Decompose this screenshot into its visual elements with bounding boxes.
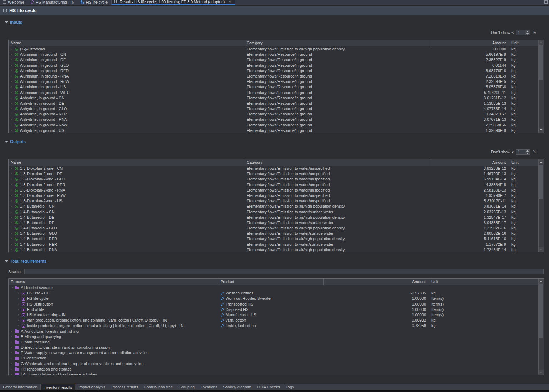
flow-row[interactable]: ›1,4-Butanediol - GLOElementary flows/Em… — [9, 225, 538, 231]
flow-row[interactable]: ›Aluminium, in ground - RNAElementary fl… — [9, 74, 538, 79]
category-row[interactable]: ›H:Transportation and storage — [9, 367, 538, 372]
scroll-up-icon[interactable] — [539, 40, 544, 45]
flow-row[interactable]: ›1,4-Butanediol - RERElementary flows/Em… — [9, 236, 538, 242]
flow-row[interactable]: ›1,4-Butanediol - DEElementary flows/Emi… — [9, 220, 538, 225]
scrollbar-thumb[interactable] — [539, 45, 543, 80]
outputs-scrollbar[interactable] — [538, 159, 544, 252]
column-header-name[interactable]: Name — [9, 159, 244, 166]
process-row[interactable]: ›HS Use - DEWashed clothes61.57895kg — [9, 291, 538, 296]
scroll-down-icon[interactable] — [539, 370, 544, 375]
flow-row[interactable]: ›1,4-Butanediol - RERElementary flows/Em… — [9, 242, 538, 247]
scrollbar-thumb[interactable] — [539, 284, 543, 338]
flow-row[interactable]: ›(+-)-CitronellolElementary flows/Emissi… — [9, 46, 538, 52]
column-header-unit[interactable]: Unit — [429, 279, 538, 285]
scrollbar-thumb[interactable] — [539, 165, 543, 199]
column-header-category[interactable]: Category — [244, 159, 430, 166]
flow-row[interactable]: ›Anhydrite, in ground - RERElementary fl… — [9, 111, 538, 117]
flow-row[interactable]: ›Aluminium, in ground - DEElementary flo… — [9, 57, 538, 63]
process-row[interactable]: ›HS DistributionTransported HS1.00000Ite… — [9, 302, 538, 307]
inputs-section-header[interactable]: Inputs — [5, 20, 544, 24]
tab-sankey-diagram[interactable]: Sankey diagram — [220, 384, 254, 390]
process-row[interactable]: ›yarn production, organic cotton, ring s… — [9, 318, 538, 323]
editor-tab[interactable]: Result - HS life cycle; 1.00 item(s); EF… — [111, 0, 235, 5]
dont-show-spinner[interactable] — [525, 30, 530, 35]
column-header-product[interactable]: Product — [218, 279, 324, 285]
search-input[interactable] — [24, 269, 544, 274]
scroll-up-icon[interactable] — [539, 279, 544, 284]
flow-row[interactable]: ›Aluminium, in ground - USElementary flo… — [9, 84, 538, 90]
process-row[interactable]: ›HS Manufacturing - INManufactured HS1.0… — [9, 312, 538, 318]
flow-row[interactable]: ›Anhydrite, in ground - GLOElementary fl… — [9, 106, 538, 111]
editor-tab[interactable]: HS Manufacturing - IN — [28, 0, 78, 5]
flow-row[interactable]: ›1,3-Dioxolan-2-one - DEElementary flows… — [9, 171, 538, 177]
category-row[interactable]: ›F:Construction — [9, 356, 538, 361]
category-row[interactable]: ›A Hooded sweater — [9, 285, 538, 291]
flow-row[interactable]: ›1,3-Dioxolan-2-one - CNElementary flows… — [9, 166, 538, 171]
tab-lcia-checks[interactable]: LCIA Checks — [254, 384, 283, 390]
flow-row[interactable]: ›Anhydrite, in ground - DEElementary flo… — [9, 101, 538, 106]
flow-row[interactable]: ›1,3-Dioxolan-2-one - RERElementary flow… — [9, 182, 538, 188]
column-header-amount[interactable]: Amount — [324, 279, 429, 285]
category-row[interactable]: ›A:Agriculture, forestry and fishing — [9, 329, 538, 334]
spinner-down-icon[interactable] — [525, 152, 530, 154]
tab-impact-analysis[interactable]: Impact analysis — [75, 384, 108, 390]
column-header-unit[interactable]: Unit — [509, 159, 538, 166]
flow-row[interactable]: ›Aluminium, in ground - WEUElementary fl… — [9, 90, 538, 95]
tab-tags[interactable]: Tags — [283, 384, 297, 390]
tab-inventory-results[interactable]: Inventory results — [40, 384, 76, 390]
tab-grouping[interactable]: Grouping — [176, 384, 198, 390]
category-row[interactable]: ›B:Mining and quarrying — [9, 334, 538, 339]
flow-row[interactable]: ›Aluminium, in ground - CNElementary flo… — [9, 52, 538, 57]
process-scrollbar[interactable] — [538, 279, 544, 375]
flow-row[interactable]: ›Aluminium, in ground - GLOElementary fl… — [9, 63, 538, 68]
tab-process-results[interactable]: Process results — [108, 384, 141, 390]
scroll-up-icon[interactable] — [539, 159, 544, 164]
flow-row[interactable]: ›1,4-Butanediol - RNAElementary flows/Em… — [9, 247, 538, 252]
category-row[interactable]: ›G:Wholesale and retail trade; repair of… — [9, 361, 538, 367]
column-header-name[interactable]: Name — [9, 40, 244, 46]
editor-tab[interactable]: Welcome — [0, 0, 28, 5]
flow-row[interactable]: ›1,4-Butanediol - CNElementary flows/Emi… — [9, 209, 538, 215]
flow-row[interactable]: ›1,3-Dioxolan-2-one - GLOElementary flow… — [9, 177, 538, 182]
column-header-amount[interactable]: Amount — [430, 159, 509, 166]
tab-general-information[interactable]: General information — [0, 384, 40, 390]
dont-show-input[interactable] — [516, 30, 525, 35]
total-requirements-section-header[interactable]: Total requirements — [5, 259, 544, 263]
process-row[interactable]: ›HS life cycleWorn out Hooded Sweater1.0… — [9, 296, 538, 301]
dont-show-spinner[interactable] — [525, 149, 530, 155]
flow-row[interactable]: ›Anhydrite, in ground - RNAElementary fl… — [9, 117, 538, 122]
flow-row[interactable]: ›1,4-Butanediol - CNElementary flows/Emi… — [9, 204, 538, 209]
flow-row[interactable]: ›Anhydrite, in ground - RoWElementary fl… — [9, 123, 538, 128]
category-row[interactable]: ›I:Accommodation and food service activi… — [9, 372, 538, 375]
scroll-down-icon[interactable] — [539, 247, 544, 252]
category-row[interactable]: ›D:Electricity, gas, steam and air condi… — [9, 345, 538, 350]
collapse-triangle-icon[interactable] — [5, 141, 8, 143]
tab-locations[interactable]: Locations — [198, 384, 220, 390]
column-header-process[interactable]: Process — [9, 279, 218, 285]
spinner-down-icon[interactable] — [525, 33, 530, 35]
scroll-down-icon[interactable] — [539, 128, 544, 133]
collapse-triangle-icon[interactable] — [5, 260, 8, 262]
tab-contribution-tree[interactable]: Contribution tree — [141, 384, 175, 390]
flow-row[interactable]: ›1,4-Butanediol - DEElementary flows/Emi… — [9, 215, 538, 220]
flow-row[interactable]: ›1,3-Dioxolan-2-one - RNAElementary flow… — [9, 188, 538, 193]
process-row[interactable]: ›End of lifeDisposed HS1.00000Item(s) — [9, 307, 538, 312]
flow-row[interactable]: ›Aluminium, in ground - RERElementary fl… — [9, 68, 538, 74]
column-header-category[interactable]: Category — [244, 40, 430, 46]
column-header-amount[interactable]: Amount — [430, 40, 509, 46]
category-row[interactable]: ›E:Water supply; sewerage, waste managem… — [9, 350, 538, 356]
column-header-unit[interactable]: Unit — [509, 40, 538, 46]
outputs-section-header[interactable]: Outputs — [5, 139, 544, 144]
flow-row[interactable]: ›1,4-Butanediol - GLOElementary flows/Em… — [9, 231, 538, 236]
process-row[interactable]: ›textile production, organic cotton, cir… — [9, 323, 538, 328]
flow-row[interactable]: ›Anhydrite, in ground - CNElementary flo… — [9, 95, 538, 101]
flow-row[interactable]: ›Aluminium, in ground - RoWElementary fl… — [9, 79, 538, 84]
flow-row[interactable]: ›1,3-Dioxolan-2-one - USElementary flows… — [9, 198, 538, 204]
flow-row[interactable]: ›1,3-Dioxolan-2-one - RoWElementary flow… — [9, 193, 538, 198]
editor-tab[interactable]: HS life cycle — [78, 0, 111, 5]
collapse-triangle-icon[interactable] — [5, 21, 8, 23]
dont-show-input[interactable] — [516, 149, 525, 155]
flow-row[interactable]: ›Anhydrite, in ground - USElementary flo… — [9, 128, 538, 133]
window-restore-icon[interactable] — [544, 0, 548, 4]
inputs-scrollbar[interactable] — [538, 40, 544, 133]
